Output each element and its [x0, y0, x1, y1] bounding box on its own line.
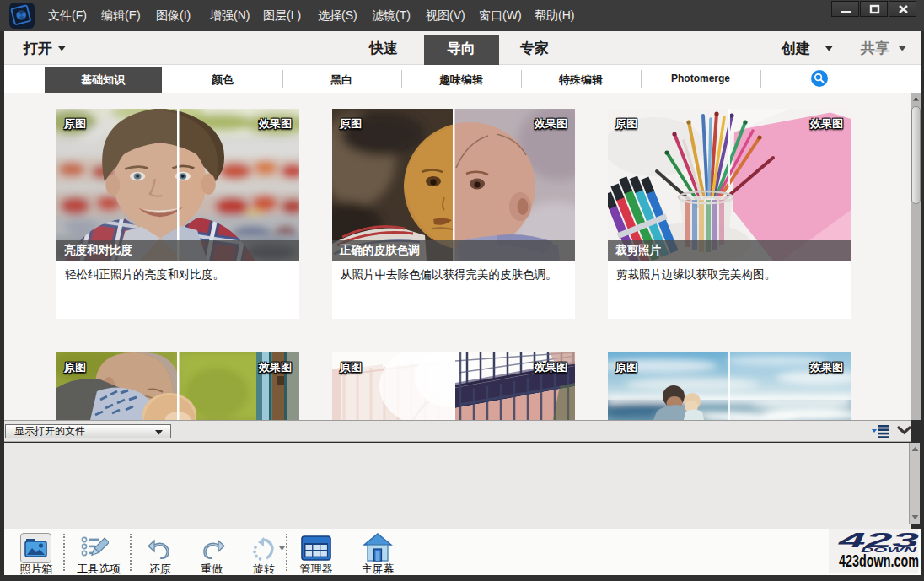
svg-text:423down.com: 423down.com [839, 551, 919, 570]
